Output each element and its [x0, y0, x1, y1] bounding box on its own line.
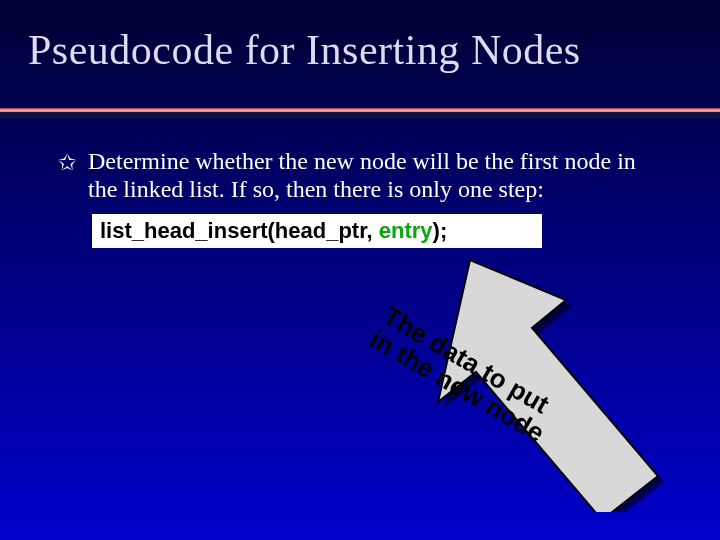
slide: Pseudocode for Inserting Nodes ✩ Determi…	[0, 0, 720, 540]
divider-shadow	[0, 112, 720, 118]
bullet-line-1: Determine whether the new node will be t…	[88, 148, 636, 174]
bullet-text: Determine whether the new node will be t…	[88, 148, 660, 203]
bullet-line-2: the linked list. If so, then there is on…	[88, 176, 544, 202]
code-entry: entry	[379, 218, 433, 243]
code-part-1: list_head_insert(head_ptr,	[100, 218, 379, 243]
arrow-annotation: The data to put in the new node	[365, 302, 617, 479]
code-box: list_head_insert(head_ptr, entry);	[92, 214, 542, 248]
divider-rule	[0, 108, 720, 118]
star-icon: ✩	[58, 150, 76, 175]
bullet-item: ✩ Determine whether the new node will be…	[60, 148, 660, 203]
code-part-3: );	[433, 218, 448, 243]
slide-title: Pseudocode for Inserting Nodes	[28, 26, 581, 74]
